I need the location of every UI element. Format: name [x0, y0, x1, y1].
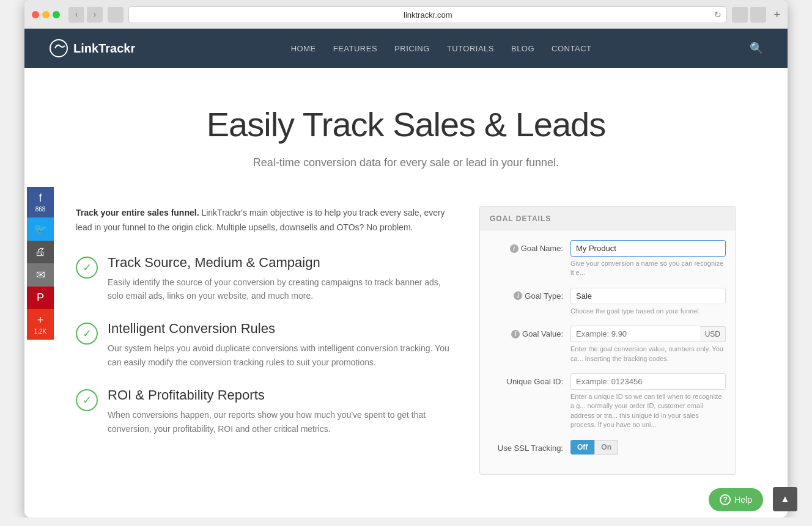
goal-value-info-icon[interactable]: i	[511, 330, 520, 338]
goal-type-label: i Goal Type:	[490, 288, 563, 301]
email-icon: ✉	[36, 268, 45, 282]
sidebar-toggle-button[interactable]	[108, 7, 124, 23]
goal-details-panel: GOAL DETAILS i Goal Name: Give your conv…	[479, 206, 736, 475]
goal-name-row: i Goal Name: Give your conversion a name…	[490, 240, 726, 278]
add-tab-button[interactable]: +	[773, 9, 780, 21]
nav-contact[interactable]: CONTACT	[552, 44, 591, 53]
pinterest-icon: P	[37, 291, 44, 304]
right-column: GOAL DETAILS i Goal Name: Give your conv…	[479, 206, 736, 475]
goal-name-info-icon[interactable]: i	[510, 244, 519, 253]
feature-2-title: Intelligent Conversion Rules	[108, 321, 455, 337]
nav-links: HOME FEATURES PRICING TUTORIALS BLOG CON…	[291, 43, 592, 54]
close-dot[interactable]	[32, 11, 39, 18]
goal-value-input[interactable]	[570, 326, 700, 342]
goal-type-input[interactable]	[570, 288, 726, 304]
browser-chrome: ‹ › linktrackr.com ↻ +	[24, 0, 788, 29]
goal-panel-body: i Goal Name: Give your conversion a name…	[480, 230, 736, 474]
address-bar[interactable]: linktrackr.com ↻	[128, 6, 727, 23]
feature-1-content: Track Source, Medium & Campaign Easily i…	[108, 255, 455, 303]
intro-paragraph: Track your entire sales funnel. LinkTrac…	[76, 206, 455, 235]
url-display: linktrackr.com	[404, 10, 452, 20]
goal-type-info-icon[interactable]: i	[514, 291, 522, 300]
twitter-share-button[interactable]: 🐦	[27, 217, 54, 241]
feature-2-check-icon: ✓	[76, 323, 98, 345]
feature-3-check-icon: ✓	[76, 389, 98, 411]
hero-section: Easily Track Sales & Leads Real-time con…	[24, 68, 788, 194]
ssl-on-button[interactable]: On	[594, 440, 618, 455]
hero-title: Easily Track Sales & Leads	[37, 104, 775, 144]
help-button-label: Help	[734, 495, 752, 505]
ssl-toggle-wrap: Off On	[570, 440, 726, 455]
feature-3-content: ROI & Profitability Reports When convers…	[108, 387, 455, 436]
goal-type-label-text: Goal Type:	[525, 291, 563, 301]
twitter-icon: 🐦	[34, 222, 47, 236]
ssl-tracking-label: Use SSL Tracking:	[490, 440, 563, 453]
ssl-tracking-label-text: Use SSL Tracking:	[498, 444, 563, 453]
back-button[interactable]: ‹	[68, 7, 84, 23]
goal-name-input[interactable]	[570, 240, 726, 257]
feature-1-description: Easily identify the source of your conve…	[108, 276, 455, 303]
plus-count: 1.2K	[34, 328, 47, 335]
browser-window: ‹ › linktrackr.com ↻ + LinkTrackr H	[24, 0, 788, 517]
scroll-top-icon: ▲	[780, 494, 790, 505]
main-nav: LinkTrackr HOME FEATURES PRICING TUTORIA…	[24, 29, 788, 68]
unique-goal-id-row: Unique Goal ID: Enter a unique ID so we …	[490, 373, 726, 430]
goal-name-help: Give your conversion a name so you can r…	[570, 259, 726, 278]
feature-item-2: ✓ Intelligent Conversion Rules Our syste…	[76, 321, 455, 369]
minimize-dot[interactable]	[42, 11, 50, 18]
logo-text: LinkTrackr	[73, 42, 135, 56]
unique-goal-id-label: Unique Goal ID:	[490, 373, 563, 386]
goal-value-addon-wrap: USD	[570, 326, 726, 342]
nav-blog[interactable]: BLOG	[511, 44, 534, 53]
main-content: Track your entire sales funnel. LinkTrac…	[39, 194, 773, 511]
share-button[interactable]	[732, 7, 748, 23]
feature-item-3: ✓ ROI & Profitability Reports When conve…	[76, 387, 455, 436]
plus-share-button[interactable]: + 1.2K	[27, 309, 54, 340]
browser-nav: ‹ ›	[68, 7, 124, 23]
search-button[interactable]: 🔍	[750, 42, 763, 55]
goal-type-field-wrap: Choose the goal type based on your funne…	[570, 288, 726, 316]
feature-3-description: When conversions happen, our reports sho…	[108, 408, 455, 436]
email-share-button[interactable]: ✉	[27, 263, 54, 287]
pinterest-share-button[interactable]: P	[27, 287, 54, 309]
social-sidebar: f 868 🐦 🖨 ✉ P + 1.2K	[27, 187, 54, 340]
facebook-share-button[interactable]: f 868	[27, 187, 54, 217]
maximize-dot[interactable]	[53, 11, 60, 18]
ssl-off-button[interactable]: Off	[570, 440, 594, 455]
fullscreen-button[interactable]	[750, 7, 766, 23]
help-button[interactable]: ? Help	[709, 488, 763, 511]
goal-type-help: Choose the goal type based on your funne…	[570, 307, 726, 316]
nav-tutorials[interactable]: TUTORIALS	[447, 44, 494, 53]
facebook-icon: f	[39, 192, 42, 205]
feature-3-title: ROI & Profitability Reports	[108, 387, 455, 403]
ssl-tracking-row: Use SSL Tracking: Off On	[490, 440, 726, 455]
goal-panel-header: GOAL DETAILS	[480, 206, 736, 230]
goal-value-label: i Goal Value:	[490, 326, 563, 338]
goal-type-row: i Goal Type: Choose the goal type based …	[490, 288, 726, 316]
logo-link[interactable]: LinkTrackr	[49, 38, 135, 58]
intro-bold: Track your entire sales funnel.	[76, 208, 199, 217]
scroll-top-button[interactable]: ▲	[773, 487, 797, 511]
feature-1-title: Track Source, Medium & Campaign	[108, 255, 455, 271]
nav-home[interactable]: HOME	[291, 44, 316, 53]
print-icon: 🖨	[35, 246, 46, 258]
unique-goal-id-input[interactable]	[570, 373, 726, 390]
plus-icon: +	[37, 314, 44, 327]
reload-button[interactable]: ↻	[714, 10, 722, 20]
page-content: LinkTrackr HOME FEATURES PRICING TUTORIA…	[24, 29, 788, 517]
nav-pricing[interactable]: PRICING	[394, 44, 430, 53]
goal-name-field-wrap: Give your conversion a name so you can r…	[570, 240, 726, 278]
unique-goal-id-label-text: Unique Goal ID:	[507, 377, 564, 386]
goal-name-label-text: Goal Name:	[521, 244, 563, 253]
svg-point-0	[50, 40, 67, 57]
goal-value-label-text: Goal Value:	[522, 329, 563, 338]
goal-value-field-wrap: USD Enter the goal conversion value, num…	[570, 326, 726, 363]
unique-goal-id-help: Enter a unique ID so we can tell when to…	[570, 392, 726, 430]
hero-subtitle: Real-time conversion data for every sale…	[37, 156, 775, 169]
nav-features[interactable]: FEATURES	[333, 44, 377, 53]
left-column: Track your entire sales funnel. LinkTrac…	[76, 206, 455, 475]
forward-button[interactable]: ›	[87, 7, 103, 23]
goal-value-help: Enter the goal conversion value, numbers…	[570, 345, 726, 363]
facebook-count: 868	[35, 206, 46, 213]
print-share-button[interactable]: 🖨	[27, 241, 54, 263]
